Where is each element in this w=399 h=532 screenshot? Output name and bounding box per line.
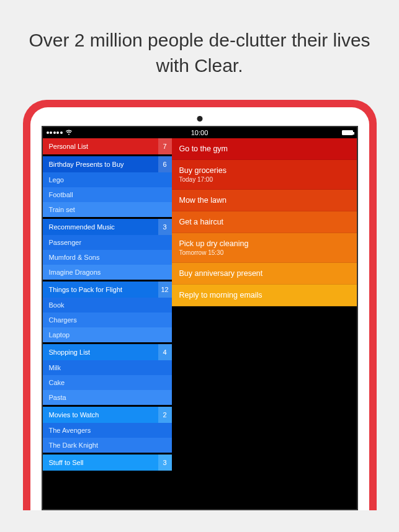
- camera-icon: [197, 116, 202, 122]
- task-item[interactable]: Pick up dry cleaningTomorrow 15:30: [172, 233, 357, 263]
- list-item[interactable]: Milk: [43, 360, 172, 375]
- list-header[interactable]: Personal List7: [43, 138, 172, 154]
- list-header[interactable]: Things to Pack for Flight12: [43, 282, 172, 298]
- list-title: Recommended Music: [49, 223, 115, 231]
- ipad-frame: 10:00 Personal List7Birthday Presents to…: [23, 100, 377, 510]
- task-item[interactable]: Buy groceriesToday 17:00: [172, 160, 357, 190]
- task-item[interactable]: Reply to morning emails: [172, 285, 357, 306]
- list-item[interactable]: Mumford & Sons: [43, 250, 172, 265]
- task-title: Pick up dry cleaning: [179, 239, 349, 248]
- task-title: Reply to morning emails: [179, 291, 349, 299]
- task-item[interactable]: Get a haircut: [172, 211, 357, 233]
- list-title: Stuff to Sell: [49, 459, 84, 466]
- list-header[interactable]: Recommended Music3: [43, 219, 172, 235]
- list-group: Things to Pack for Flight12BookChargersL…: [43, 282, 172, 342]
- task-title: Go to the gym: [179, 144, 349, 153]
- list-item[interactable]: The Dark Knight: [43, 438, 172, 453]
- list-title: Shopping List: [49, 348, 91, 356]
- list-count-badge: 3: [158, 219, 172, 235]
- list-item[interactable]: Chargers: [43, 313, 172, 327]
- list-item[interactable]: Football: [43, 187, 172, 202]
- wifi-icon: [65, 130, 73, 136]
- task-item[interactable]: Mow the lawn: [172, 190, 357, 211]
- list-count-badge: 6: [158, 156, 172, 172]
- list-item[interactable]: Pasta: [43, 390, 172, 405]
- signal-indicator: [47, 130, 73, 136]
- task-item[interactable]: Go to the gym: [172, 138, 357, 160]
- task-title: Buy groceries: [179, 166, 349, 175]
- task-subtitle: Today 17:00: [179, 176, 349, 183]
- list-header[interactable]: Birthday Presents to Buy6: [43, 156, 172, 172]
- status-bar: 10:00: [43, 127, 357, 138]
- marketing-headline: Over 2 million people de-clutter their l…: [0, 0, 399, 100]
- battery-icon: [342, 130, 353, 135]
- list-group: Personal List7: [43, 138, 172, 154]
- list-count-badge: 4: [158, 344, 172, 360]
- list-item[interactable]: Cake: [43, 375, 172, 390]
- list-title: Personal List: [49, 143, 89, 150]
- list-count-badge: 2: [158, 407, 172, 423]
- lists-sidebar[interactable]: Personal List7Birthday Presents to Buy6L…: [43, 138, 172, 509]
- list-count-badge: 3: [158, 454, 172, 471]
- list-item[interactable]: Laptop: [43, 327, 172, 342]
- list-group: Stuff to Sell3: [43, 454, 172, 471]
- list-group: Recommended Music3PassengerMumford & Son…: [43, 219, 172, 280]
- list-item[interactable]: Imagine Dragons: [43, 265, 172, 280]
- list-item[interactable]: Lego: [43, 172, 172, 187]
- app-body: Personal List7Birthday Presents to Buy6L…: [43, 138, 357, 509]
- list-item[interactable]: Train set: [43, 202, 172, 217]
- list-header[interactable]: Movies to Watch2: [43, 407, 172, 423]
- list-count-badge: 12: [158, 282, 172, 298]
- task-title: Buy anniversary present: [179, 269, 349, 278]
- list-group: Birthday Presents to Buy6LegoFootballTra…: [43, 156, 172, 217]
- list-header[interactable]: Shopping List4: [43, 344, 172, 360]
- app-screen: 10:00 Personal List7Birthday Presents to…: [42, 126, 358, 510]
- list-group: Movies to Watch2The AvengersThe Dark Kni…: [43, 407, 172, 453]
- list-header[interactable]: Stuff to Sell3: [43, 454, 172, 471]
- list-title: Things to Pack for Flight: [49, 286, 123, 293]
- status-time: 10:00: [191, 129, 208, 136]
- list-title: Birthday Presents to Buy: [49, 161, 124, 168]
- task-item[interactable]: Buy anniversary present: [172, 263, 357, 285]
- task-subtitle: Tomorrow 15:30: [179, 249, 349, 256]
- list-item[interactable]: Book: [43, 298, 172, 313]
- list-group: Shopping List4MilkCakePasta: [43, 344, 172, 405]
- task-title: Get a haircut: [179, 218, 349, 226]
- list-count-badge: 7: [158, 138, 172, 154]
- tasks-panel[interactable]: Go to the gymBuy groceriesToday 17:00Mow…: [172, 138, 357, 509]
- list-item[interactable]: Passenger: [43, 235, 172, 250]
- signal-dots-icon: [47, 131, 63, 134]
- ipad-bezel: 10:00 Personal List7Birthday Presents to…: [30, 107, 369, 510]
- task-title: Mow the lawn: [179, 196, 349, 205]
- list-title: Movies to Watch: [49, 411, 99, 419]
- list-item[interactable]: The Avengers: [43, 423, 172, 438]
